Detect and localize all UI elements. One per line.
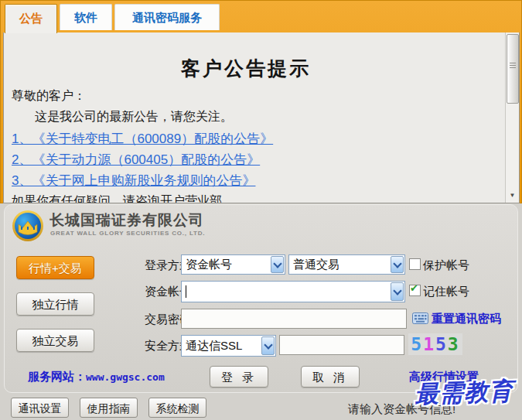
mode-quote-only-button[interactable]: 独立行情 [16,292,94,316]
mode-quote-trade-button[interactable]: 行情+交易 [16,256,94,279]
company-name-en: GREAT WALL GLORY SECURITIES CO., LTD. [50,230,205,237]
announcement-title: 客户公告提示 [4,56,488,81]
cancel-button[interactable]: 取 消 [301,366,360,388]
security-method-select[interactable]: 通达信SSL [181,335,276,357]
captcha-value: 5153 [411,334,459,354]
check-icon: ✔ [410,282,418,294]
protect-account-checkbox[interactable] [409,258,421,270]
service-website-label: 服务网站： [28,370,86,383]
chevron-down-icon [391,256,404,273]
arrow-down-icon: ▼ [510,192,516,199]
trade-type-select[interactable]: 普通交易 [288,254,405,275]
reset-comm-password-link[interactable]: 重置通讯密码 [432,312,501,326]
password-input[interactable] [181,309,407,329]
chevron-down-icon [261,336,275,355]
announcement-link-2[interactable]: 2、《关于动力源（600405）配股的公告》 [12,151,260,169]
system-check-button[interactable]: 系统检测 [148,398,206,418]
service-website-url[interactable]: www.gwgsc.com [86,371,165,383]
tab-comm-password-service[interactable]: 通讯密码服务 [114,4,220,30]
announcement-greeting: 尊敬的客户： [12,88,86,104]
announcement-link-1[interactable]: 1、《关于特变电工（600089）配股的公告》 [12,130,273,148]
scrollbar-thumb[interactable] [507,34,519,104]
login-method-select[interactable]: 资金帐号 [181,254,285,275]
text-cursor [186,285,186,298]
chevron-down-icon [391,282,404,301]
comm-settings-button[interactable]: 通讯设置 [11,398,69,418]
login-button[interactable]: 登 录 [210,366,268,388]
scrollbar-down-button[interactable]: ▼ [506,190,519,201]
watermark-text: 最需教育 [414,375,513,411]
protect-account-label: 保护帐号 [423,258,469,273]
scrollbar[interactable]: ▼ [505,32,519,203]
company-name: 长城国瑞证券有限公司 [49,210,204,230]
login-method-value: 资金帐号 [186,258,232,272]
account-input[interactable] [181,281,405,302]
tab-bar: 公告 软件 通讯密码服务 [0,0,522,32]
announcement-intro: 这是我公司的最新公告，请您关注。 [35,109,233,125]
verify-code-input[interactable] [279,335,404,355]
announcement-panel: 公告 软件 通讯密码服务 客户公告提示 尊敬的客户： 这是我公司的最新公告，请您… [0,0,522,203]
chevron-down-icon [271,256,284,273]
login-panel: 长城国瑞证券有限公司 GREAT WALL GLORY SECURITIES C… [4,204,518,393]
company-logo-icon [12,210,44,242]
security-method-value: 通达信SSL [186,339,242,353]
trade-type-value: 普通交易 [293,258,339,272]
remember-account-checkbox[interactable]: ✔ [409,285,421,296]
remember-account-label: 记住帐号 [423,285,469,299]
mode-trade-only-button[interactable]: 独立交易 [16,329,94,352]
captcha-image[interactable]: 5153 [408,333,462,355]
tab-software[interactable]: 软件 [60,4,112,30]
announcement-body: 客户公告提示 尊敬的客户： 这是我公司的最新公告，请您关注。 1、《关于特变电工… [3,32,520,203]
announcement-footer: 如果你有任何疑问，请咨询开户营业部。 [12,193,234,203]
scrollbar-grip-icon [510,63,516,70]
keyboard-icon[interactable] [412,312,428,324]
tab-announcement[interactable]: 公告 [5,4,57,33]
user-guide-button[interactable]: 使用指南 [80,398,138,418]
announcement-link-3[interactable]: 3、《关于网上申购新股业务规则的公告》 [12,172,255,190]
service-website: 服务网站：www.gwgsc.com [28,370,165,384]
